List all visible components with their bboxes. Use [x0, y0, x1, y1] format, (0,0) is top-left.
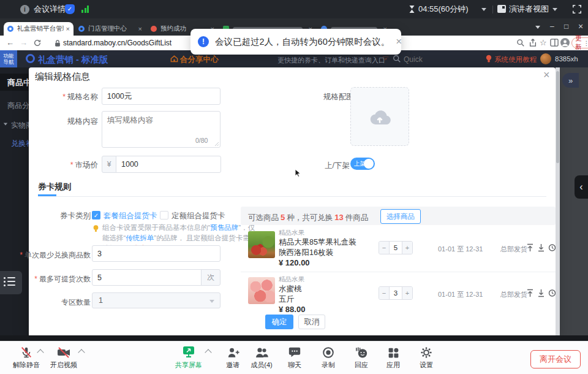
- quick-search-icon[interactable]: [393, 55, 401, 63]
- browser-tab-gift-admin[interactable]: 礼盒营销平台管理中心 ×: [4, 22, 74, 36]
- url-text[interactable]: standard.maboy.cn/GoodsGiftList: [63, 39, 172, 47]
- cloud-upload-icon: [368, 107, 392, 127]
- schedule-clock-icon[interactable]: [548, 243, 556, 252]
- quick-search-input[interactable]: [402, 53, 454, 65]
- product-category: 精品水果: [279, 275, 304, 284]
- reload-icon[interactable]: [33, 39, 42, 47]
- video-panel-toggle[interactable]: ‹: [575, 175, 588, 199]
- share-screen-button[interactable]: 共享屏幕: [168, 345, 209, 370]
- meeting-window: i 会议详情 ✓ 04:55(60分钟) 演讲者视图 礼盒营销平台管理中心 ×: [0, 0, 588, 374]
- browser-tab-store-admin[interactable]: 门店管理中心 ×: [75, 22, 146, 36]
- confirm-button[interactable]: 确定: [265, 315, 293, 329]
- split-view-icon[interactable]: [550, 39, 559, 47]
- window-maximize-button[interactable]: □: [564, 21, 568, 32]
- lock-icon[interactable]: [54, 39, 61, 47]
- quantity-value[interactable]: 5: [389, 242, 402, 254]
- toast-message: 会议已超过2人，自动转为60分钟限时会议。: [215, 36, 390, 48]
- profile-avatar-icon[interactable]: [560, 38, 570, 47]
- checkbox-combo-pickup-card[interactable]: ✓: [92, 211, 100, 219]
- move-to-bottom-icon[interactable]: [537, 243, 545, 252]
- resize-handle-icon[interactable]: [214, 142, 219, 147]
- network-signal-icon[interactable]: [81, 6, 90, 13]
- start-video-button[interactable]: 开启视频: [43, 345, 85, 370]
- tab-favicon: [78, 26, 85, 32]
- image-upload-dropzone[interactable]: [350, 87, 409, 146]
- meeting-details-button[interactable]: 会议详情: [34, 5, 66, 13]
- settings-button[interactable]: 设置: [405, 345, 447, 370]
- tip-bulb-icon: [92, 224, 99, 233]
- tab-title: 礼盒营销平台管理中心: [17, 25, 64, 33]
- meeting-timer[interactable]: 04:55(60分钟): [418, 5, 469, 13]
- tab-search-icon[interactable]: [535, 26, 540, 29]
- ship-from: 总部发货: [500, 245, 527, 254]
- leave-meeting-button[interactable]: 离开会议: [530, 350, 581, 368]
- move-to-top-icon[interactable]: [526, 243, 534, 252]
- spec-name-input[interactable]: [102, 88, 221, 105]
- checkbox-fixed-combo-label[interactable]: 定额组合提货卡: [172, 211, 225, 221]
- quantity-value[interactable]: 3: [389, 287, 402, 299]
- unmute-button[interactable]: 解除静音: [6, 345, 47, 370]
- drawer-expand-button[interactable]: »: [562, 73, 579, 88]
- max-pickup-input[interactable]: [92, 269, 202, 286]
- edit-spec-dialog: 编辑规格信息 × *规格名称 规格内容 0/80 *市场价 ¥ 规格配图: [29, 67, 556, 335]
- shield-check-icon[interactable]: ✓: [65, 4, 75, 14]
- mouse-cursor: [295, 169, 301, 178]
- minus-button[interactable]: −: [379, 287, 389, 299]
- timer-dropdown-icon[interactable]: [481, 8, 486, 11]
- floating-list-button[interactable]: [0, 271, 22, 294]
- checkbox-combo-pickup-label[interactable]: 套餐组合提货卡: [104, 211, 157, 221]
- tutorial-link[interactable]: 系统使用教程: [494, 55, 537, 64]
- minus-button[interactable]: −: [379, 242, 389, 254]
- scrollbar-thumb[interactable]: [556, 71, 559, 163]
- zoom-icon[interactable]: [516, 39, 525, 47]
- tab-card-rules[interactable]: 券卡规则: [38, 181, 71, 193]
- spec-content-label: 规格内容: [67, 116, 98, 127]
- select-goods-button[interactable]: 选择商品: [380, 209, 421, 224]
- shelf-toggle-on[interactable]: 上架: [350, 158, 375, 170]
- zone-count-label: 专区数量: [61, 297, 91, 308]
- back-icon[interactable]: ←: [6, 38, 14, 47]
- market-price-input[interactable]: [116, 156, 221, 173]
- hourglass-icon: [409, 5, 415, 13]
- brand-title: 礼盒营销 - 标准版: [38, 54, 108, 66]
- view-mode-button[interactable]: 演讲者视图: [509, 5, 549, 13]
- chrome-update-button[interactable]: 更新 ⋮: [571, 37, 588, 48]
- share-icon[interactable]: [529, 38, 537, 47]
- alert-info-icon: !: [198, 36, 209, 47]
- meeting-topbar: i 会议详情 ✓ 04:55(60分钟) 演讲者视图: [0, 0, 588, 18]
- chevron-down-icon: [209, 300, 214, 303]
- cancel-button[interactable]: 取消: [298, 315, 325, 329]
- checkbox-fixed-combo-card[interactable]: [160, 211, 168, 219]
- window-close-button[interactable]: ×: [578, 21, 583, 32]
- dialog-scrollbar[interactable]: [556, 67, 560, 335]
- share-center-link[interactable]: 合分享中心: [180, 55, 219, 65]
- tab-close-icon[interactable]: ×: [138, 25, 142, 32]
- view-dropdown-icon[interactable]: [552, 8, 557, 11]
- plus-button[interactable]: +: [402, 242, 412, 254]
- window-minimize-button[interactable]: –: [550, 21, 554, 32]
- tab-close-icon[interactable]: ×: [66, 25, 70, 32]
- nav-drawer-button[interactable]: 功能 导航: [0, 50, 17, 67]
- tab-title: 门店管理中心: [88, 25, 136, 33]
- min-exchange-input[interactable]: [92, 245, 221, 262]
- ship-from: 总部发货: [500, 290, 527, 299]
- plus-button[interactable]: +: [402, 287, 412, 299]
- username[interactable]: 8385xh: [555, 55, 578, 63]
- shared-browser-window: 礼盒营销平台管理中心 × 门店管理中心 × 预约成功 × × ×: [0, 18, 588, 335]
- sidebar-expand-icon[interactable]: [4, 123, 7, 126]
- toolbar-label: 共享屏幕: [168, 361, 209, 370]
- user-avatar[interactable]: [540, 53, 551, 64]
- dialog-close-icon[interactable]: ×: [543, 69, 550, 82]
- move-to-bottom-icon[interactable]: [537, 289, 545, 297]
- forward-icon[interactable]: →: [20, 38, 28, 47]
- schedule-clock-icon[interactable]: [548, 289, 556, 297]
- move-to-top-icon[interactable]: [526, 289, 534, 297]
- kebab-menu-icon[interactable]: ⋮: [584, 40, 588, 47]
- toast-close-icon[interactable]: ×: [396, 36, 402, 48]
- bookmark-star-icon[interactable]: ☆: [540, 38, 547, 47]
- members-icon: [254, 346, 269, 359]
- zone-count-select[interactable]: 1: [92, 292, 221, 308]
- fullscreen-icon[interactable]: [572, 4, 582, 14]
- valid-date-range: 01-01 至 12-31: [438, 290, 483, 299]
- info-icon[interactable]: i: [20, 5, 29, 14]
